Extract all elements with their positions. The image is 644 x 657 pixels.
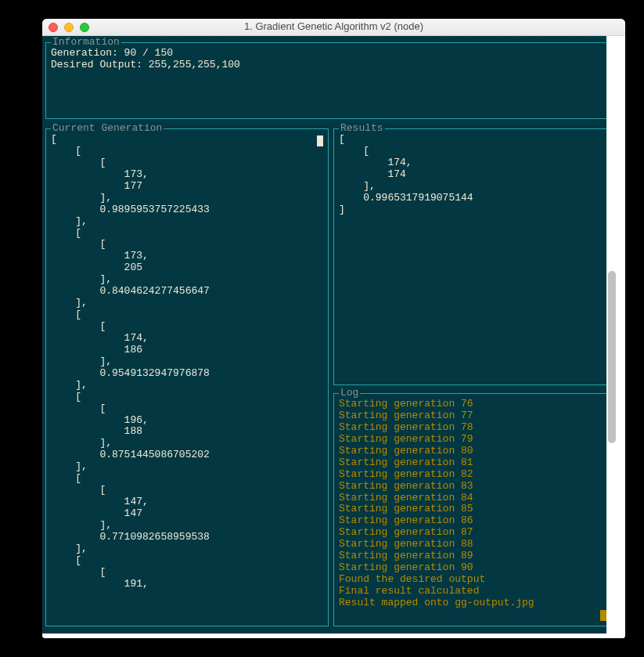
- log-line: Starting generation 87: [339, 527, 606, 539]
- scrollbar-thumb[interactable]: [608, 271, 616, 443]
- log-panel-label: Log: [339, 388, 360, 399]
- log-line: Starting generation 86: [339, 515, 606, 527]
- results-panel-label: Results: [339, 123, 385, 135]
- log-line: Result mapped onto gg-output.jpg: [339, 597, 606, 609]
- log-line: Starting generation 76: [339, 399, 606, 410]
- cursor-icon: [600, 610, 606, 621]
- app-window: 1. Gradient Genetic Algorithm v2 (node) …: [42, 19, 625, 638]
- log-line: Starting generation 78: [339, 422, 606, 434]
- information-panel: Information Generation: 90 / 150 Desired…: [45, 42, 612, 119]
- close-icon[interactable]: [49, 23, 58, 32]
- log-line: Found the desired output: [339, 574, 606, 586]
- log-line: Final result calculated: [339, 586, 606, 597]
- maximize-icon[interactable]: [80, 23, 89, 32]
- scroll-indicator: [317, 135, 323, 146]
- terminal-wrap: Information Generation: 90 / 150 Desired…: [42, 36, 625, 638]
- titlebar: 1. Gradient Genetic Algorithm v2 (node): [42, 19, 625, 36]
- log-line: Starting generation 88: [339, 539, 606, 551]
- window-title: 1. Gradient Genetic Algorithm v2 (node): [42, 21, 625, 33]
- log-line: Starting generation 84: [339, 493, 606, 504]
- results-panel-body: [ [ 174, 174 ], 0.9965317919075144 ]: [334, 129, 611, 384]
- information-panel-body: Generation: 90 / 150 Desired Output: 255…: [46, 43, 611, 118]
- results-panel: Results [ [ 174, 174 ], 0.99653179190751…: [333, 128, 612, 385]
- log-line: Starting generation 79: [339, 434, 606, 446]
- information-panel-label: Information: [51, 37, 121, 49]
- current-generation-panel: Current Generation [ [ [ 173, 177 ], 0.9…: [45, 128, 329, 626]
- scrollbar-track[interactable]: [606, 36, 617, 634]
- window-controls: [49, 23, 89, 32]
- log-line: Starting generation 77: [339, 410, 606, 422]
- log-line: Starting generation 80: [339, 446, 606, 457]
- log-panel: Log Starting generation 76Starting gener…: [333, 393, 612, 626]
- log-line: Starting generation 82: [339, 469, 606, 481]
- current-generation-panel-body: [ [ [ 173, 177 ], 0.9895953757225433 ], …: [46, 129, 328, 626]
- log-line: Starting generation 81: [339, 457, 606, 469]
- log-line: Starting generation 90: [339, 562, 606, 574]
- log-line: Starting generation 85: [339, 504, 606, 515]
- log-panel-body: Starting generation 76Starting generatio…: [334, 394, 611, 626]
- terminal[interactable]: Information Generation: 90 / 150 Desired…: [42, 36, 606, 634]
- log-line: Starting generation 83: [339, 481, 606, 493]
- log-line: Starting generation 89: [339, 551, 606, 562]
- minimize-icon[interactable]: [64, 23, 74, 32]
